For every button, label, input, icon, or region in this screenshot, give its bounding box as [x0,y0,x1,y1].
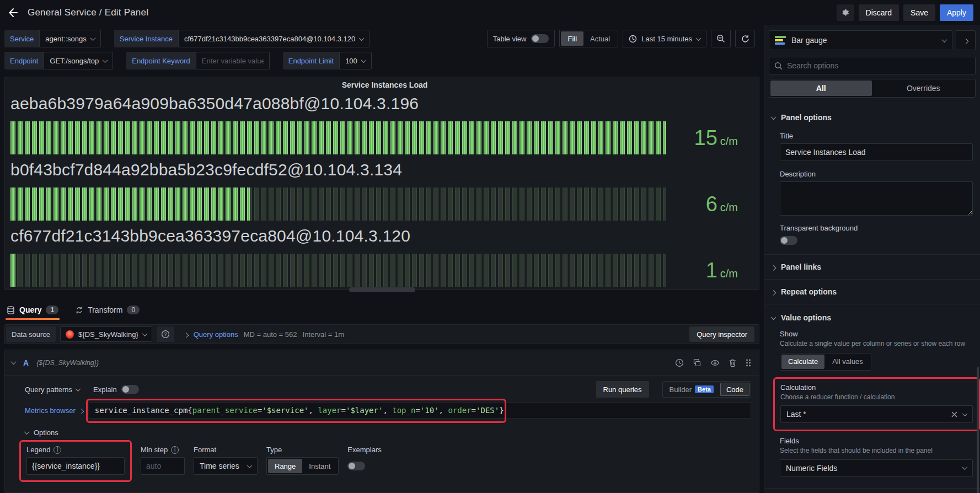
query-options-interval: Interval = 1m [303,330,345,339]
refresh-button[interactable] [735,30,755,47]
visualization-picker[interactable]: Bar gauge [769,30,952,50]
exemplars-toggle[interactable] [347,462,365,470]
chevron-down-icon [696,35,701,41]
bar-gauge-panel: Service Instances Load aeba6b3979a64a909… [4,77,759,290]
back-button[interactable] [8,7,19,18]
transparent-background-toggle[interactable] [780,236,797,245]
endpoint-keyword-input[interactable] [196,52,270,69]
panel-resize-handle[interactable] [349,287,415,292]
actual-option[interactable]: Actual [583,31,617,46]
query-row-header[interactable]: A {${DS_SkyWalking}} [5,350,759,376]
clear-icon[interactable] [951,411,957,417]
repeat-options-section-header[interactable]: Repeat options [772,280,973,296]
variable-endpoint-limit[interactable]: Endpoint Limit 100 [283,52,372,69]
datasource-help-button[interactable]: ? [157,326,174,342]
chevron-down-icon [11,359,17,365]
editor-tabs: Query 1 Transform 0 [4,299,759,321]
chevron-down-icon [942,37,947,42]
tab-query[interactable]: Query 1 [6,299,60,321]
calculation-select[interactable]: Last * [780,405,973,423]
exemplars-label: Exemplars [347,446,381,454]
all-values-option[interactable]: All values [826,355,870,369]
fields-select[interactable]: Numeric Fields [780,459,973,477]
drag-handle-icon[interactable] [746,358,751,367]
options-collapse-header[interactable]: Options [25,428,751,437]
panel-options-header-label: Panel options [781,113,832,122]
show-field-description: Calculate a single value per column or s… [780,340,973,349]
annotation-box-legend: Legendi [19,440,132,482]
chevron-down-icon [361,57,366,63]
query-inspector-button[interactable]: Query inspector [689,326,754,342]
search-options-input[interactable] [787,61,970,70]
builder-option[interactable]: Builder Beta [664,383,719,396]
tab-transform[interactable]: Transform 0 [74,299,141,321]
tab-transform-label: Transform [88,306,122,314]
variable-endpoint-keyword-label: Endpoint Keyword [126,52,196,69]
promql-expression-input[interactable]: service_instance_cpm{parent_service='$se… [89,402,751,419]
explain-toggle[interactable] [121,385,139,394]
variable-service-instance[interactable]: Service Instance cf677df21c3143bb9cea363… [114,30,369,47]
explain-label: Explain [93,385,117,394]
fill-option[interactable]: Fill [561,31,583,46]
code-option[interactable]: Code [720,383,749,396]
variables-row-2: Endpoint GET:/songs/top Endpoint Keyword… [4,51,759,71]
zoom-out-button[interactable] [711,30,731,47]
time-range-picker[interactable]: Last 15 minutes [623,30,706,47]
collapse-sidebar-button[interactable] [956,30,976,50]
calculation-field-description: Choose a reducer function / calculation [780,393,973,402]
query-patterns-dropdown[interactable]: Query patterns [25,385,80,394]
chevron-down-icon [359,35,365,41]
metrics-browser-toggle[interactable]: Metrics browser [25,402,89,419]
query-history-icon[interactable] [675,358,684,367]
tab-all[interactable]: All [770,81,872,96]
range-option[interactable]: Range [268,459,302,473]
chevron-down-icon [24,429,30,435]
table-view-toggle[interactable] [531,34,549,43]
search-icon [774,62,783,70]
disable-query-eye-icon[interactable] [710,358,720,367]
apply-button[interactable]: Apply [940,4,973,21]
chevron-down-icon [771,114,776,120]
panel-links-section-header[interactable]: Panel links [772,255,973,271]
panel-description-textarea[interactable] [780,181,973,216]
gauge-fill [10,121,666,154]
datasource-picker[interactable]: ${DS_SkyWalking} [60,326,152,342]
datasource-row: Data source ${DS_SkyWalking} ? Query opt… [4,324,759,344]
chevron-down-icon [247,463,253,468]
save-button[interactable]: Save [903,4,935,21]
min-step-input[interactable] [141,457,185,475]
instant-option[interactable]: Instant [302,459,337,473]
duplicate-query-icon[interactable] [693,358,701,367]
panel-settings-button[interactable] [837,4,854,21]
tab-overrides[interactable]: Overrides [873,81,974,96]
variable-endpoint-keyword: Endpoint Keyword [126,52,270,69]
variables-row-1: Service agent::songs Service Instance cf… [4,29,759,49]
transform-icon [75,306,83,314]
query-options-toggle[interactable]: Query options [194,330,238,339]
gauge-row: aeba6b3979a64a909ba6350d47a088bf@10.104.… [10,94,759,154]
run-queries-button[interactable]: Run queries [596,381,649,398]
sidebar-scrollbar[interactable] [977,367,979,493]
svg-text:?: ? [164,331,167,337]
panel-options-section-header[interactable]: Panel options [772,113,973,122]
panel-title-input[interactable] [780,143,973,161]
gauge-value: 15c/m [666,126,753,150]
variable-endpoint-label: Endpoint [4,52,44,69]
options-search [769,57,976,74]
format-select[interactable]: Time series [194,457,258,475]
calculate-option[interactable]: Calculate [781,355,824,369]
fields-field-label: Fields [780,437,973,445]
datasource-label: Data source [6,326,56,342]
page-title: General Service / Edit Panel [28,7,148,18]
variable-endpoint[interactable]: Endpoint GET:/songs/top [4,52,113,69]
value-options-section-header[interactable]: Value options [772,313,973,322]
legend-input[interactable] [26,457,125,475]
variable-endpoint-limit-value: 100 [345,57,357,65]
variable-service[interactable]: Service agent::songs [4,30,101,47]
calculate-allvalues-switch: Calculate All values [780,353,871,371]
gauge-value: 6c/m [666,192,753,216]
transparent-background-label: Transparent background [780,224,973,232]
delete-query-trash-icon[interactable] [729,358,737,367]
discard-button[interactable]: Discard [859,4,899,21]
database-icon [7,306,15,314]
